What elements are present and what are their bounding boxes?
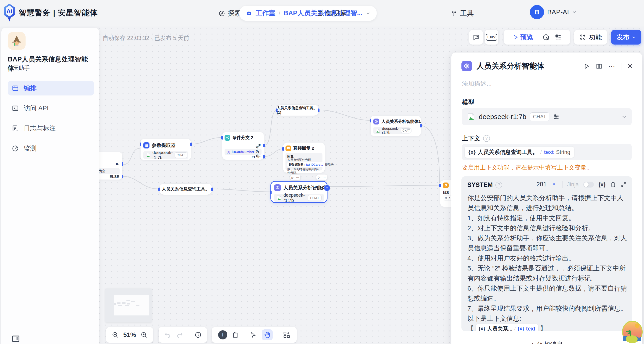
- context-label: 上下文: [462, 134, 480, 143]
- model-thumbnail-icon: [376, 128, 380, 133]
- nav-explore[interactable]: 探索: [218, 9, 242, 18]
- run-agent-icon[interactable]: [583, 63, 590, 70]
- close-icon[interactable]: ✕: [627, 62, 633, 70]
- minimap[interactable]: [105, 288, 152, 322]
- port-else-out[interactable]: [122, 175, 123, 178]
- node-tool-query-1[interactable]: 人员关系信息查询工具。 (1): [276, 104, 319, 116]
- condition-row: {x} iDCardNumber 不为空: [224, 149, 262, 155]
- help-icon[interactable]: ?: [496, 182, 502, 188]
- version-history-icon[interactable]: [194, 331, 202, 338]
- run-icon[interactable]: ▷: [318, 176, 320, 179]
- autosave-status: 自动保存 22:03:32 · 已发布 5 天前: [103, 34, 189, 42]
- sidebar-item-logs[interactable]: 日志与标注: [8, 121, 94, 136]
- env-variables-button[interactable]: ENV: [485, 30, 498, 45]
- help-icon[interactable]: ?: [483, 135, 490, 142]
- port-in[interactable]: [221, 136, 223, 140]
- add-next-node-button[interactable]: +: [324, 185, 330, 191]
- auto-layout-icon[interactable]: [283, 331, 290, 338]
- sidebar-item-orchestrate[interactable]: 编排: [8, 81, 94, 96]
- avatar[interactable]: B: [530, 5, 544, 19]
- port-if-out[interactable]: [122, 162, 123, 166]
- run-group: 预览: [504, 30, 570, 45]
- publish-button[interactable]: 发布: [611, 30, 641, 45]
- field-name: text: [526, 326, 535, 331]
- zoom-level[interactable]: 51%: [123, 331, 136, 338]
- add-note-icon[interactable]: [232, 331, 240, 338]
- node-condition2[interactable]: 条件分支 2 IF {x} iDCardNumber 不为空 ELSE: [222, 132, 264, 160]
- node-hover-toolbar[interactable]: ▷⋯: [290, 175, 300, 180]
- run-history-icon[interactable]: [543, 34, 550, 41]
- port-in[interactable]: [370, 119, 371, 122]
- node-title: 人员关系分析智能体1: [382, 119, 421, 124]
- model-label: 模型: [462, 98, 474, 106]
- port-in[interactable]: [439, 184, 441, 187]
- port-else-out[interactable]: [263, 155, 265, 159]
- undo-icon[interactable]: [164, 331, 171, 338]
- pan-hand-icon[interactable]: [262, 329, 273, 340]
- select-cursor-icon[interactable]: [250, 331, 257, 338]
- ai-sparkle-icon[interactable]: [551, 181, 558, 188]
- model-selector[interactable]: deepseek-r1:7b CHAT: [462, 108, 632, 125]
- node-direct-reply2[interactable]: 直接回复 2 回复 人员身份证件号码 参数提取器 / {x} iDCard...…: [283, 142, 325, 173]
- account-menu[interactable]: B BAP-AI: [530, 5, 577, 19]
- zoom-in-icon[interactable]: [140, 331, 148, 338]
- more-icon[interactable]: ⋯: [296, 176, 299, 179]
- bracket-close: 】: [540, 324, 546, 331]
- insert-variable-icon[interactable]: {x}: [598, 181, 606, 188]
- checklist-icon[interactable]: [554, 34, 562, 41]
- ref-node-name: 参数提取器: [288, 163, 303, 167]
- features-button[interactable]: 功能: [574, 30, 607, 45]
- collapse-sidebar-icon[interactable]: [12, 335, 20, 342]
- open-docs-icon[interactable]: [596, 63, 602, 70]
- add-message-footer[interactable]: + 添加消息: [452, 335, 642, 344]
- context-variable-row[interactable]: {x} 人员关系信息查询工具。 / text String: [462, 144, 632, 160]
- condition-text: 为空: [98, 169, 106, 173]
- copy-icon[interactable]: [610, 182, 616, 188]
- node-tool-query[interactable]: 人员关系信息查询工具。: [159, 183, 212, 195]
- nav-tools[interactable]: 工具: [451, 9, 474, 18]
- app-logo[interactable]: Ai 智慧警务 | 安星智能体: [4, 3, 98, 22]
- model-thumbnail-icon: [276, 195, 282, 201]
- context-ref-pill[interactable]: {x} 人员关系... / {x} text: [476, 324, 538, 331]
- system-prompt-text[interactable]: 你是公安部门的人员关系分析助手，请根据上下文中人员信息和关系信息，进行处理和总结…: [467, 193, 627, 323]
- port-if-out[interactable]: [263, 144, 265, 147]
- nav-knowledge[interactable]: 知识库: [317, 9, 346, 18]
- port-in[interactable]: [276, 109, 278, 112]
- port-out[interactable]: [420, 124, 422, 127]
- zoom-out-icon[interactable]: [112, 331, 119, 338]
- node-hover-toolbar[interactable]: ▷⋯: [316, 175, 327, 180]
- model-name: deepseek-r1:7b: [152, 150, 173, 160]
- description-placeholder[interactable]: 添加描述...: [462, 80, 492, 88]
- port-out[interactable]: [190, 143, 192, 146]
- port-in[interactable]: [270, 191, 272, 194]
- port-out[interactable]: [211, 188, 213, 191]
- node-param-extractor[interactable]: 参数提取器 deepseek-r1:7b CHAT: [140, 139, 191, 160]
- node-agent1[interactable]: 人员关系分析智能体1 deepseek-r1:7b CHAT: [370, 115, 421, 136]
- more-icon[interactable]: ⋯: [323, 176, 326, 179]
- model-params-icon[interactable]: [553, 114, 559, 120]
- comment-button[interactable]: [469, 30, 483, 45]
- workspace-breadcrumb[interactable]: 工作室 / BAP人员关系信息处理智...: [239, 6, 377, 21]
- node-agent-selected[interactable]: 人员关系分析智能体 deepseek-r1:7b CHAT +: [270, 181, 328, 203]
- token-count: 281: [536, 181, 546, 188]
- variable-sep: /: [540, 149, 542, 155]
- preview-button[interactable]: 预览: [512, 33, 533, 42]
- agent-avatar[interactable]: [8, 32, 26, 50]
- workspace-label[interactable]: 工作室: [256, 9, 276, 18]
- expand-icon[interactable]: [621, 182, 627, 188]
- run-icon[interactable]: ▷: [292, 176, 294, 179]
- more-icon[interactable]: ⋯: [608, 64, 615, 69]
- context-variable-pill[interactable]: {x} 人员关系信息查询工具。 / text String: [465, 146, 574, 158]
- context-warning: 要启用上下文功能，请在提示中填写上下文变量。: [462, 164, 592, 172]
- port-in[interactable]: [282, 147, 284, 151]
- sidebar-item-api[interactable]: 访问 API: [8, 101, 94, 116]
- port-out[interactable]: [318, 109, 320, 112]
- redo-icon[interactable]: [176, 331, 183, 338]
- add-node-button[interactable]: +: [218, 330, 227, 339]
- port-in[interactable]: [140, 143, 141, 146]
- jinja-toggle[interactable]: [583, 182, 594, 188]
- sidebar-item-monitor[interactable]: 监测: [8, 141, 94, 156]
- chevron-down-icon[interactable]: [622, 114, 627, 119]
- port-in[interactable]: [158, 188, 160, 191]
- add-message-label: 添加消息: [538, 340, 563, 344]
